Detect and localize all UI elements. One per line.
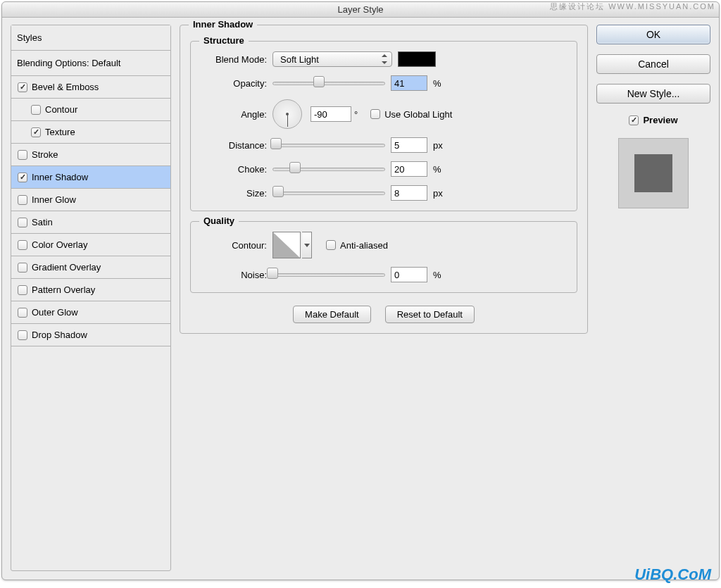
size-slider[interactable] [272, 185, 385, 201]
sidebar-item-label: Bevel & Emboss [32, 82, 99, 92]
sidebar-item-inner-glow[interactable]: Inner Glow [11, 189, 170, 211]
sidebar-item-label: Inner Shadow [32, 172, 88, 182]
group-quality: Quality Contour: Anti-aliased [190, 221, 577, 293]
sidebar-item-inner-shadow[interactable]: Inner Shadow [11, 166, 170, 189]
global-light-label: Use Global Light [384, 109, 452, 120]
cancel-button[interactable]: Cancel [596, 54, 710, 74]
size-unit: px [433, 188, 443, 199]
global-light-checkbox[interactable] [370, 109, 380, 119]
dialog-window: Layer Style Styles Blending Options: Def… [1, 1, 720, 580]
ok-button[interactable]: OK [596, 25, 710, 44]
opacity-slider[interactable] [272, 75, 385, 91]
distance-unit: px [433, 140, 443, 151]
contour-label: Contour: [199, 240, 272, 251]
contour-dropdown-icon[interactable] [302, 232, 312, 258]
sidebar-item-label: Inner Glow [32, 194, 76, 205]
reset-default-button[interactable]: Reset to Default [385, 306, 475, 323]
group-title-quality: Quality [199, 215, 239, 226]
preview-checkbox[interactable] [629, 115, 639, 125]
checkbox-icon[interactable] [18, 173, 27, 182]
opacity-unit: % [433, 78, 441, 89]
sidebar-item-outer-glow[interactable]: Outer Glow [11, 301, 170, 324]
opacity-input[interactable] [391, 75, 427, 91]
sidebar-item-satin[interactable]: Satin [11, 211, 170, 234]
choke-unit: % [433, 164, 441, 175]
blend-mode-label: Blend Mode: [199, 54, 272, 65]
sidebar-item-texture[interactable]: Texture [11, 121, 170, 144]
group-title-structure: Structure [199, 35, 249, 46]
noise-unit: % [433, 270, 441, 280]
group-structure: Structure Blend Mode: Soft Light Opacity… [190, 41, 577, 211]
checkbox-icon[interactable] [18, 195, 27, 205]
sidebar-item-bevel-emboss[interactable]: Bevel & Emboss [11, 76, 170, 99]
angle-label: Angle: [199, 109, 272, 120]
checkbox-icon[interactable] [18, 308, 27, 318]
checkbox-icon[interactable] [18, 263, 27, 273]
new-style-button[interactable]: New Style... [596, 84, 710, 104]
checkbox-icon[interactable] [31, 105, 41, 115]
distance-label: Distance: [199, 140, 272, 151]
size-label: Size: [199, 188, 272, 199]
sidebar-item-label: Outer Glow [32, 307, 78, 318]
angle-unit: ° [354, 109, 358, 120]
noise-label: Noise: [199, 270, 272, 280]
antialiased-checkbox[interactable] [326, 240, 336, 250]
sidebar-item-pattern-overlay[interactable]: Pattern Overlay [11, 279, 170, 301]
checkbox-icon[interactable] [18, 330, 27, 340]
distance-slider[interactable] [272, 137, 385, 153]
checkbox-icon[interactable] [18, 150, 27, 160]
sidebar-item-contour[interactable]: Contour [11, 99, 170, 121]
sidebar-item-label: Gradient Overlay [32, 262, 101, 273]
panel-title: Inner Shadow [189, 19, 257, 30]
choke-input[interactable] [391, 161, 427, 177]
distance-input[interactable] [391, 137, 427, 153]
window-title: Layer Style [337, 4, 383, 15]
choke-slider[interactable] [272, 161, 385, 177]
noise-slider[interactable] [272, 267, 385, 282]
checkbox-icon[interactable] [18, 285, 27, 295]
preview-label: Preview [643, 115, 677, 125]
sidebar-item-label: Stroke [32, 149, 58, 160]
checkbox-icon[interactable] [18, 82, 27, 92]
choke-label: Choke: [199, 164, 272, 175]
sidebar-blending-header[interactable]: Blending Options: Default [11, 51, 170, 76]
antialiased-label: Anti-aliased [340, 240, 388, 251]
angle-dial[interactable] [272, 99, 302, 129]
make-default-button[interactable]: Make Default [293, 306, 371, 323]
opacity-label: Opacity: [199, 78, 272, 89]
styles-sidebar: Styles Blending Options: Default Bevel &… [11, 25, 171, 571]
noise-input[interactable] [391, 267, 427, 282]
sidebar-item-drop-shadow[interactable]: Drop Shadow [11, 324, 170, 346]
angle-input[interactable] [311, 106, 351, 122]
sidebar-item-label: Drop Shadow [32, 330, 87, 340]
shadow-color-swatch[interactable] [398, 51, 436, 67]
panel-inner-shadow: Inner Shadow Structure Blend Mode: Soft … [180, 25, 588, 334]
watermark-bottom: UiBQ.CoM [634, 565, 711, 584]
checkbox-icon[interactable] [31, 127, 41, 137]
sidebar-item-label: Satin [32, 217, 53, 227]
size-input[interactable] [391, 185, 427, 201]
sidebar-item-label: Color Overlay [32, 239, 87, 250]
sidebar-item-color-overlay[interactable]: Color Overlay [11, 234, 170, 256]
sidebar-item-label: Pattern Overlay [32, 284, 95, 295]
preview-swatch [618, 138, 689, 208]
watermark-top: 思缘设计论坛 WWW.MISSYUAN.COM [550, 1, 715, 12]
preview-inner [634, 154, 672, 192]
blend-mode-select[interactable]: Soft Light [272, 51, 392, 67]
sidebar-styles-header[interactable]: Styles [11, 25, 170, 51]
sidebar-item-gradient-overlay[interactable]: Gradient Overlay [11, 256, 170, 279]
sidebar-item-label: Texture [45, 127, 75, 137]
sidebar-item-stroke[interactable]: Stroke [11, 144, 170, 166]
checkbox-icon[interactable] [18, 218, 27, 227]
blend-mode-value: Soft Light [280, 54, 319, 65]
sidebar-item-label: Contour [45, 104, 77, 115]
checkbox-icon[interactable] [18, 240, 27, 250]
contour-picker[interactable] [272, 232, 301, 258]
